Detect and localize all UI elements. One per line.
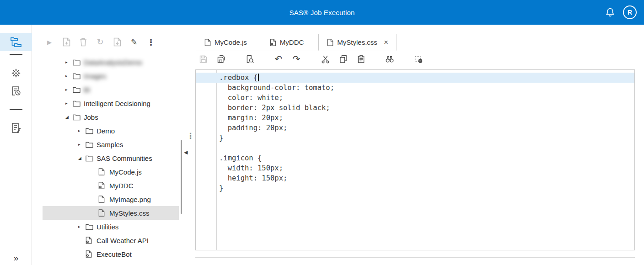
expand-arrow-icon[interactable]: ▸	[65, 74, 73, 78]
import-file-button[interactable]	[112, 37, 122, 48]
notifications-bell-icon[interactable]	[606, 7, 615, 17]
tab-label: MyDDC	[280, 38, 304, 46]
pencil-icon: ✎	[131, 38, 137, 46]
new-job-button[interactable]	[61, 37, 71, 48]
find-replace-button[interactable]	[384, 53, 396, 65]
clipboard-paste-icon	[356, 54, 366, 64]
tab-myddc[interactable]: MyDDC	[262, 34, 312, 51]
tree-item-executebot[interactable]: ExecuteBot	[43, 247, 179, 261]
tree-item-label: Jobs	[84, 113, 98, 121]
expand-arrow-icon[interactable]: ▸	[65, 87, 73, 92]
tree-item-myddc[interactable]: MyDDC	[43, 179, 179, 192]
tree-item-label: SAS Communities	[97, 154, 152, 162]
whitespace-toggle-icon	[413, 54, 424, 64]
redo-arrow-icon: ↷	[293, 54, 301, 64]
tree-item-demo[interactable]: ▸Demo	[43, 124, 179, 138]
log-document-icon	[11, 122, 21, 133]
splitter-drag-handle[interactable]: ⋮	[187, 132, 194, 141]
more-options-button[interactable]: ⋮	[146, 37, 156, 48]
tree-item-label: MyImage.png	[109, 196, 151, 203]
collapse-sidebar-button[interactable]: ◀	[184, 149, 188, 155]
delete-button[interactable]	[78, 37, 88, 48]
tab-mystyles-css[interactable]: MyStyles.css×	[318, 34, 397, 51]
refresh-button[interactable]: ↻	[95, 37, 105, 48]
tree-item-intelligent-decisioning[interactable]: ▸Intelligent Decisioning	[43, 96, 179, 110]
cut-button[interactable]	[319, 53, 331, 65]
code-line: color: white;	[196, 93, 634, 103]
expand-arrow-icon[interactable]: ▸	[78, 224, 86, 229]
code-text: }	[219, 184, 223, 192]
expand-arrow-icon[interactable]: ▸	[78, 142, 86, 147]
expand-arrow-icon[interactable]: ▸	[65, 101, 73, 106]
save-all-button[interactable]	[215, 53, 227, 65]
code-text: border: 2px solid black;	[219, 104, 330, 112]
expand-rail-button[interactable]: »	[0, 253, 32, 263]
code-line: }	[196, 133, 634, 143]
tree-item-jobs[interactable]: ◢Jobs	[43, 110, 179, 124]
job-icon	[86, 237, 95, 244]
folder-icon	[86, 223, 95, 230]
collapse-arrow-icon[interactable]: ◢	[78, 156, 86, 160]
tree-item-images[interactable]: ▸Images	[43, 69, 179, 83]
tab-mycode-js[interactable]: MyCode.js	[196, 34, 255, 51]
tree-scrollbar-thumb[interactable]	[181, 140, 182, 214]
tree-item-label: MyDDC	[109, 182, 134, 190]
rail-item-scheduled-jobs[interactable]	[0, 82, 32, 100]
binoculars-icon	[385, 54, 395, 64]
undo-button[interactable]: ↶	[273, 53, 284, 65]
tree-item-dataanalysisdemo[interactable]: ▸DataAnalysisDemo	[43, 55, 179, 69]
tree-item-bi[interactable]: ▸BI	[43, 83, 179, 96]
code-text: .imgicon {	[219, 154, 262, 162]
editor-toolbar: ↶ ↷	[197, 53, 424, 65]
preview-button[interactable]	[244, 53, 256, 65]
copy-button[interactable]	[337, 53, 349, 65]
run-job-button[interactable]: ▶	[44, 37, 54, 48]
code-text: background-color: tomato;	[219, 84, 334, 92]
tree-item-label: Samples	[97, 141, 123, 148]
left-icon-rail: »	[0, 25, 32, 265]
save-button[interactable]	[197, 53, 209, 65]
code-text: }	[219, 134, 223, 142]
tab-label: MyStyles.css	[337, 38, 377, 46]
code-line: margin: 20px;	[196, 113, 634, 123]
redo-button[interactable]: ↷	[290, 53, 302, 65]
user-avatar[interactable]: R	[623, 5, 637, 19]
kebab-menu-icon: ⋮	[147, 38, 156, 47]
rail-item-settings[interactable]	[0, 64, 32, 82]
copy-icon	[338, 54, 348, 64]
file-import-icon	[113, 37, 121, 47]
tree-item-myimage-png[interactable]: MyImage.png	[43, 192, 179, 206]
header-actions: R	[606, 0, 637, 25]
tree-item-label: Call Weather API	[97, 237, 149, 244]
edit-button[interactable]: ✎	[129, 37, 139, 48]
folder-tree: ▸DataAnalysisDemo▸Images▸BI▸Intelligent …	[43, 55, 179, 265]
expand-arrow-icon[interactable]: ▸	[65, 60, 73, 64]
code-text: color: white;	[219, 94, 283, 102]
file-icon	[98, 168, 108, 175]
rail-item-logs[interactable]	[0, 119, 32, 137]
code-text: width: 150px;	[219, 164, 283, 172]
code-editor[interactable]: .redbox { background-color: tomato; colo…	[196, 73, 634, 193]
folder-icon	[73, 59, 82, 66]
rail-item-content-folders[interactable]	[0, 33, 32, 51]
expand-arrow-icon[interactable]: ▸	[78, 128, 86, 133]
bottom-panel-divider	[195, 257, 635, 258]
chevrons-right-icon: »	[14, 253, 19, 263]
tree-item-utilities[interactable]: ▸Utilities	[43, 220, 179, 233]
tree-item-samples[interactable]: ▸Samples	[43, 138, 179, 151]
tab-close-icon[interactable]: ×	[384, 38, 388, 46]
tree-item-mycode-js[interactable]: MyCode.js	[43, 165, 179, 179]
folder-icon	[73, 114, 82, 121]
tree-item-sas-communities[interactable]: ◢SAS Communities	[43, 151, 179, 165]
file-icon	[98, 209, 108, 217]
folder-icon	[73, 100, 82, 107]
tree-item-mystyles-css[interactable]: MyStyles.css	[43, 206, 179, 220]
tree-item-label: MyCode.js	[109, 168, 142, 176]
collapse-arrow-icon[interactable]: ◢	[65, 115, 73, 119]
tree-item-call-weather-api[interactable]: Call Weather API	[43, 233, 179, 247]
file-preview-icon	[245, 54, 255, 64]
paste-button[interactable]	[355, 53, 367, 65]
show-whitespace-button[interactable]	[413, 53, 424, 65]
folder-icon	[73, 73, 82, 80]
folder-tree-icon	[10, 37, 22, 48]
